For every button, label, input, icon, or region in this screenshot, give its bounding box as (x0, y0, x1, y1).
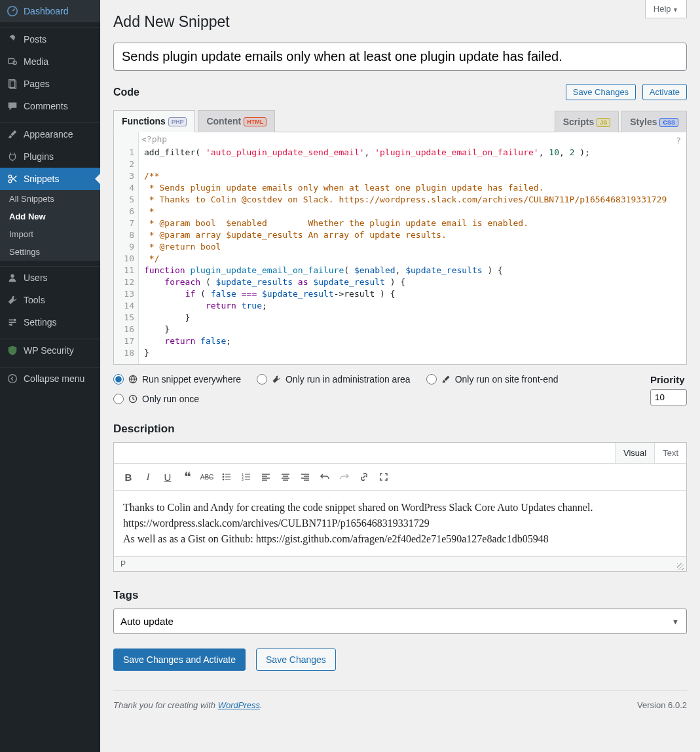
priority-input[interactable] (650, 389, 687, 405)
description-heading: Description (113, 423, 687, 436)
scope-radio[interactable] (113, 394, 124, 404)
svg-point-7 (10, 274, 14, 278)
save-changes-button-bottom[interactable]: Save Changes (256, 649, 336, 671)
strikethrough-icon[interactable]: ABC (198, 468, 216, 486)
svg-point-8 (14, 319, 16, 322)
redo-icon[interactable] (335, 468, 354, 486)
globe-icon (128, 374, 138, 385)
sidebar-label: Plugins (24, 151, 54, 162)
snippet-title-input[interactable] (113, 43, 687, 71)
align-left-icon[interactable] (257, 468, 275, 486)
brush-icon (7, 128, 18, 140)
editor-gutter: 123456789101112131415161718 (114, 132, 139, 364)
scope-radio[interactable] (426, 374, 437, 385)
svg-point-14 (223, 476, 224, 478)
collapse-icon (7, 373, 18, 385)
main-content: Help Add New Snippet Code Save Changes A… (100, 0, 700, 752)
bold-icon[interactable]: B (119, 468, 138, 486)
tab-scripts[interactable]: ScriptsJS (555, 111, 619, 132)
code-heading: Code (113, 86, 139, 98)
scope-radio[interactable] (257, 374, 267, 385)
sidebar-sub-settings[interactable]: Settings (0, 243, 100, 261)
admin-sidebar: Dashboard Posts Media Pages Comments App… (0, 0, 100, 752)
help-tab[interactable]: Help (645, 0, 687, 18)
underline-icon[interactable]: U (158, 468, 177, 486)
link-icon[interactable] (355, 468, 373, 486)
scope-option-0[interactable]: Run snippet everywhere (113, 374, 241, 385)
sidebar-label: Snippets (24, 174, 59, 184)
align-center-icon[interactable] (276, 468, 295, 486)
sidebar-label: Media (24, 56, 48, 67)
sidebar-item-wp-security[interactable]: WP Security (0, 339, 100, 362)
svg-point-2 (13, 61, 16, 64)
fullscreen-icon[interactable] (375, 468, 393, 486)
desc-tab-text[interactable]: Text (654, 443, 686, 463)
sidebar-sub-all-snippets[interactable]: All Snippets (0, 190, 100, 208)
svg-point-9 (10, 324, 12, 326)
sidebar-label: Pages (24, 79, 50, 89)
sidebar-label: WP Security (24, 345, 74, 356)
media-icon (7, 56, 18, 67)
scope-option-3[interactable]: Only run once (113, 394, 199, 404)
desc-toolbar: B I U ❝ ABC 123 (114, 464, 686, 491)
sidebar-label: Dashboard (24, 6, 69, 16)
bullet-list-icon[interactable] (217, 468, 236, 486)
tab-content[interactable]: ContentHTML (198, 110, 275, 132)
save-and-activate-button[interactable]: Save Changes and Activate (113, 649, 246, 671)
undo-icon[interactable] (316, 468, 334, 486)
sidebar-item-posts[interactable]: Posts (0, 28, 100, 50)
scope-radio[interactable] (113, 374, 124, 385)
align-right-icon[interactable] (296, 468, 314, 486)
scope-option-2[interactable]: Only run on site front-end (426, 374, 559, 385)
sidebar-item-appearance[interactable]: Appearance (0, 122, 100, 145)
eye-icon (441, 374, 451, 385)
sidebar-item-collapse[interactable]: Collapse menu (0, 367, 100, 390)
svg-point-15 (223, 479, 224, 480)
code-tabbar: FunctionsPHP ContentHTML ScriptsJS Style… (113, 109, 687, 132)
sidebar-label: Comments (24, 101, 68, 111)
sidebar-sub-add-new[interactable]: Add New (0, 208, 100, 225)
quote-icon[interactable]: ❝ (178, 468, 196, 486)
scope-option-1[interactable]: Only run in administration area (257, 374, 411, 385)
admin-footer: Thank you for creating with WordPress. V… (113, 690, 687, 710)
tags-input[interactable] (113, 609, 687, 634)
tags-heading: Tags (113, 589, 687, 602)
priority-label: Priority (650, 374, 687, 385)
sidebar-label: Collapse menu (24, 373, 84, 384)
sidebar-item-tools[interactable]: Tools (0, 289, 100, 311)
dashboard-icon (7, 5, 18, 17)
italic-icon[interactable]: I (139, 468, 157, 486)
scope-options: Run snippet everywhereOnly run in admini… (113, 374, 635, 404)
code-editor[interactable]: <?php ? 123456789101112131415161718 add_… (113, 132, 687, 365)
pin-icon (7, 33, 18, 45)
save-changes-button[interactable]: Save Changes (566, 84, 636, 100)
sidebar-item-settings[interactable]: Settings (0, 311, 100, 333)
editor-help-icon[interactable]: ? (676, 135, 681, 147)
tools-icon (7, 294, 18, 306)
sidebar-sub-import[interactable]: Import (0, 225, 100, 243)
wordpress-link[interactable]: WordPress (218, 700, 260, 710)
sidebar-label: Settings (24, 317, 57, 328)
description-editor: Visual Text B I U ❝ ABC 123 Thanks to Co… (113, 442, 687, 572)
pages-icon (7, 78, 18, 90)
sidebar-item-plugins[interactable]: Plugins (0, 145, 100, 168)
shield-icon (7, 345, 18, 356)
svg-text:3: 3 (242, 478, 244, 481)
sidebar-item-pages[interactable]: Pages (0, 73, 100, 95)
editor-code[interactable]: add_filter( 'auto_plugin_update_send_ema… (139, 132, 686, 364)
desc-tab-visual[interactable]: Visual (615, 443, 654, 463)
sidebar-item-dashboard[interactable]: Dashboard (0, 0, 100, 22)
activate-button[interactable]: Activate (642, 84, 687, 100)
sidebar-item-media[interactable]: Media (0, 50, 100, 73)
plug-icon (7, 151, 18, 162)
comments-icon (7, 100, 18, 112)
sidebar-item-snippets[interactable]: Snippets (0, 168, 100, 190)
users-icon (7, 272, 18, 284)
tab-functions[interactable]: FunctionsPHP (113, 110, 195, 132)
sidebar-item-comments[interactable]: Comments (0, 95, 100, 117)
number-list-icon[interactable]: 123 (237, 468, 255, 486)
sidebar-label: Users (24, 273, 48, 283)
sidebar-item-users[interactable]: Users (0, 266, 100, 289)
description-body[interactable]: Thanks to Colin and Andy for creating th… (114, 491, 686, 556)
tab-styles[interactable]: StylesCSS (621, 111, 687, 132)
